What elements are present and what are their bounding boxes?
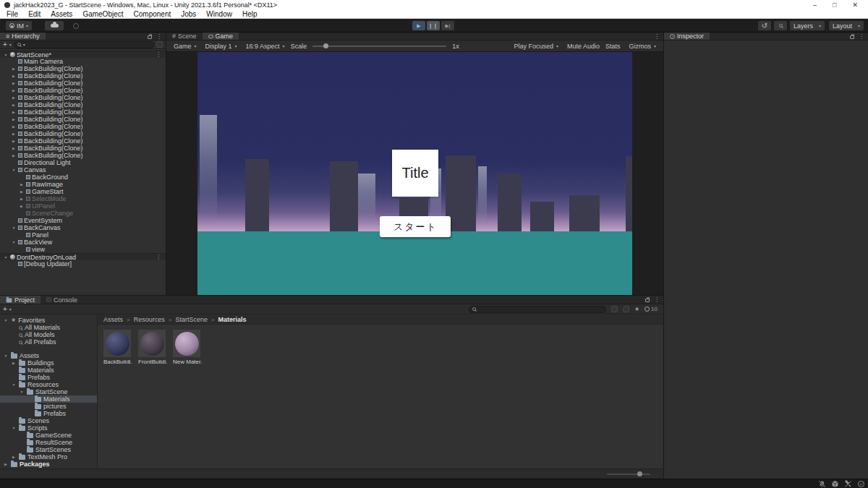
breadcrumb-item[interactable]: Assets	[103, 316, 123, 323]
lock-icon[interactable]	[645, 299, 650, 302]
create-button[interactable]: +	[3, 306, 7, 313]
menu-item-edit[interactable]: Edit	[23, 10, 46, 18]
search-by-type-icon[interactable]	[611, 306, 618, 312]
tab-game[interactable]: Game	[203, 33, 239, 40]
hierarchy-item[interactable]: ▼DontDestroyOnLoad⋮	[0, 253, 166, 260]
project-tree-item[interactable]: ▼Resources	[0, 381, 97, 388]
collapse-arrow-icon[interactable]: ▼	[3, 354, 9, 358]
material-asset[interactable]: New Mater...	[173, 330, 202, 365]
search-by-label-icon[interactable]	[623, 306, 629, 312]
hierarchy-item[interactable]: ▶BackBuilding(Clone)	[0, 137, 166, 145]
expand-arrow-icon[interactable]: ▶	[11, 95, 17, 100]
project-tree-item[interactable]: ▼StartScene	[0, 388, 97, 395]
material-asset[interactable]: BackBuildi...	[103, 330, 132, 365]
expand-arrow-icon[interactable]: ▶	[11, 132, 17, 136]
hidden-packages-toggle[interactable]: 10	[644, 306, 658, 312]
hierarchy-item[interactable]: ▶RawImage	[0, 181, 166, 188]
hierarchy-item[interactable]: ▶BackBuilding(Clone)	[0, 87, 166, 94]
project-tree-item[interactable]: ▶TextMesh Pro	[0, 453, 97, 461]
hierarchy-item[interactable]: ▶BackBuilding(Clone)	[0, 130, 166, 137]
tab-scene[interactable]: # Scene	[166, 33, 203, 40]
project-tree-item[interactable]: ▶Buildings	[0, 359, 97, 367]
aspect-dropdown[interactable]: 16:9 Aspect ▾	[243, 43, 288, 50]
hierarchy-item[interactable]: [Debug Updater]	[0, 260, 166, 267]
expand-arrow-icon[interactable]: ▶	[11, 103, 17, 107]
expand-arrow-icon[interactable]: ▶	[19, 182, 25, 187]
tab-inspector[interactable]: i Inspector	[664, 33, 710, 40]
hierarchy-search-input[interactable]: ▾	[14, 41, 154, 48]
hierarchy-item[interactable]: ▶BackBuilding(Clone)	[0, 80, 166, 87]
collapse-arrow-icon[interactable]: ▼	[11, 426, 17, 430]
project-tree-item[interactable]: ▼★Favorites	[0, 317, 97, 324]
expand-arrow-icon[interactable]: ▶	[11, 117, 17, 121]
hierarchy-item[interactable]: ▶BackBuilding(Clone)	[0, 65, 166, 72]
sync-check-icon[interactable]	[857, 480, 865, 488]
menu-item-component[interactable]: Component	[129, 10, 176, 18]
project-tree-item[interactable]: ▼Assets	[0, 352, 97, 359]
project-tree-item[interactable]: ResultScene	[0, 439, 97, 446]
hierarchy-item[interactable]: ▶GameStart	[0, 188, 166, 195]
menu-item-gameobject[interactable]: GameObject	[77, 10, 128, 18]
pause-button[interactable]: ❙❙	[427, 21, 440, 30]
close-button[interactable]: ✕	[852, 1, 858, 9]
hierarchy-item[interactable]: Main Camera	[0, 58, 166, 65]
lock-icon[interactable]	[850, 35, 854, 39]
project-search-input[interactable]	[469, 306, 606, 313]
display-dropdown[interactable]: Display 1 ▾	[203, 43, 240, 50]
project-tree-item[interactable]: pictures	[0, 403, 97, 410]
menu-item-file[interactable]: File	[1, 10, 23, 18]
project-tree-item[interactable]: Prefabs	[0, 410, 97, 417]
project-tree-item[interactable]: All Prefabs	[0, 338, 97, 346]
tab-hierarchy[interactable]: ≡ Hierarchy	[0, 33, 46, 40]
hierarchy-item[interactable]: ▶BackBuilding(Clone)	[0, 101, 166, 108]
scale-slider-knob[interactable]	[323, 43, 328, 48]
kebab-menu-icon[interactable]: ⋮	[156, 254, 166, 260]
expand-arrow-icon[interactable]: ▶	[11, 124, 17, 129]
project-tree-item[interactable]: Scenes	[0, 417, 97, 424]
hierarchy-item[interactable]: ▶BackBuilding(Clone)	[0, 94, 166, 101]
menu-item-assets[interactable]: Assets	[46, 10, 77, 18]
gizmos-dropdown[interactable]: Gizmos ▾	[626, 43, 659, 50]
package-icon[interactable]	[831, 480, 839, 488]
minimize-button[interactable]: –	[813, 1, 817, 9]
project-tree-item[interactable]: Materials	[0, 367, 97, 374]
breadcrumb-item[interactable]: Materials	[218, 316, 247, 323]
menu-item-window[interactable]: Window	[201, 10, 237, 18]
tools-muted-icon[interactable]	[844, 480, 852, 488]
play-button[interactable]: ▶	[412, 21, 425, 30]
expand-arrow-icon[interactable]: ▶	[3, 462, 9, 466]
hierarchy-item[interactable]: ▼StartScene*⋮	[0, 51, 166, 58]
project-tree-item[interactable]: Prefabs	[0, 374, 97, 381]
project-tree-item[interactable]: ▶Packages	[0, 461, 97, 468]
collapse-arrow-icon[interactable]: ▼	[11, 168, 17, 172]
hierarchy-item[interactable]: Panel	[0, 231, 166, 239]
collapse-arrow-icon[interactable]: ▼	[11, 226, 17, 230]
mute-audio-toggle[interactable]: Mute Audio	[567, 43, 600, 50]
tab-project[interactable]: Project	[0, 296, 41, 304]
version-control-button[interactable]	[69, 21, 82, 30]
collapse-arrow-icon[interactable]: ▼	[3, 53, 9, 57]
expand-arrow-icon[interactable]: ▶	[11, 455, 17, 459]
tab-console[interactable]: Console	[41, 296, 83, 304]
maximize-button[interactable]: □	[833, 1, 836, 9]
hierarchy-item[interactable]: BackGround	[0, 174, 166, 181]
hierarchy-item[interactable]: ▼BackCanvas	[0, 224, 166, 231]
stats-toggle[interactable]: Stats	[605, 43, 621, 50]
kebab-menu-icon[interactable]: ⋮	[654, 33, 660, 40]
expand-arrow-icon[interactable]: ▶	[11, 146, 17, 150]
layout-dropdown[interactable]: Layout ▾	[829, 21, 864, 30]
kebab-menu-icon[interactable]: ⋮	[654, 296, 660, 303]
scale-slider[interactable]	[312, 46, 446, 47]
layers-dropdown[interactable]: Layers ▾	[790, 21, 825, 30]
hierarchy-item[interactable]: SceneChange	[0, 210, 166, 217]
project-tree-item[interactable]: Materials	[0, 395, 97, 403]
kebab-menu-icon[interactable]: ⋮	[156, 51, 166, 58]
project-tree-item[interactable]: All Models	[0, 331, 97, 338]
project-tree-item[interactable]: StartScenes	[0, 446, 97, 453]
expand-arrow-icon[interactable]: ▶	[19, 204, 25, 208]
hierarchy-item[interactable]: ▶BackBuilding(Clone)	[0, 108, 166, 116]
collapse-arrow-icon[interactable]: ▼	[3, 255, 9, 260]
hierarchy-item[interactable]: ▶BackBuilding(Clone)	[0, 123, 166, 130]
create-button[interactable]: +	[3, 41, 7, 48]
breadcrumb-item[interactable]: Resources	[134, 316, 165, 323]
